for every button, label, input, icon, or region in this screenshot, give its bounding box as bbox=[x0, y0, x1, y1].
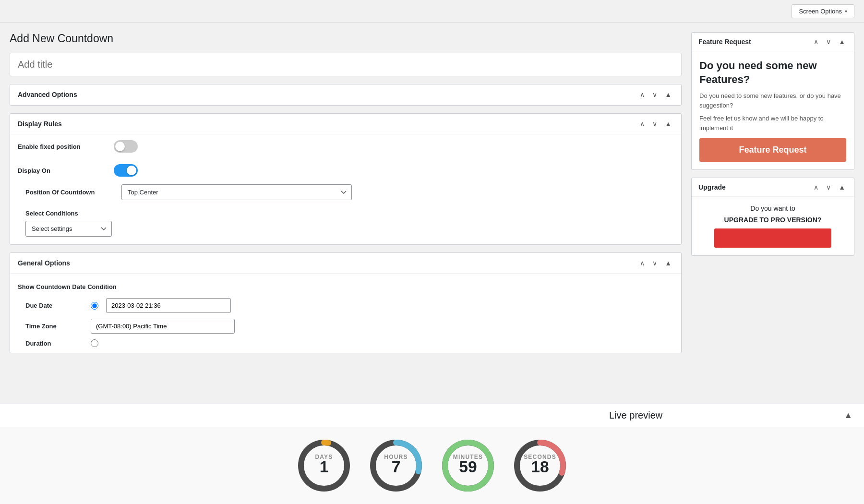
duration-row: Duration bbox=[10, 339, 681, 347]
general-options-header[interactable]: General Options ∧ ∨ ▲ bbox=[10, 253, 681, 274]
sidebar: Feature Request ∧ ∨ ▲ Do you need some n… bbox=[691, 32, 854, 264]
circle-seconds: SECONDS 18 bbox=[511, 437, 569, 494]
title-input[interactable] bbox=[10, 53, 682, 76]
general-options-down-btn[interactable]: ∨ bbox=[650, 259, 659, 267]
timezone-row: Time Zone bbox=[10, 319, 681, 334]
circle-hours: HOURS 7 bbox=[367, 437, 425, 494]
feature-request-up-btn[interactable]: ∧ bbox=[812, 37, 820, 46]
show-countdown-row: Show Countdown Date Condition bbox=[10, 274, 681, 298]
feature-request-collapse-btn[interactable]: ▲ bbox=[837, 37, 847, 46]
conditions-select[interactable]: Select settings All Pages Home Page Blog… bbox=[25, 221, 112, 237]
upgrade-text2: UPGRADE TO PRO VERSION? bbox=[699, 216, 846, 224]
display-on-row: Display On bbox=[10, 158, 681, 182]
live-preview-title: Live preview bbox=[428, 410, 844, 421]
feature-request-body: Do you need some new Features? Do you ne… bbox=[692, 51, 854, 169]
show-countdown-label: Show Countdown Date Condition bbox=[18, 279, 673, 294]
upgrade-body: Do you want to UPGRADE TO PRO VERSION? bbox=[692, 197, 854, 255]
circle-value-seconds: 18 bbox=[531, 458, 549, 476]
position-row: Position Of Countdown Top Center Top Lef… bbox=[10, 182, 681, 206]
feature-request-text2: Feel free let us know and we will be hap… bbox=[699, 114, 846, 132]
display-on-toggle[interactable] bbox=[114, 164, 138, 177]
timezone-input[interactable] bbox=[91, 319, 235, 334]
advanced-options-collapse-btn[interactable]: ▲ bbox=[663, 90, 673, 99]
advanced-options-title: Advanced Options bbox=[18, 91, 77, 98]
display-rules-down-btn[interactable]: ∨ bbox=[650, 120, 659, 128]
live-preview-close-btn[interactable]: ▲ bbox=[844, 410, 852, 420]
page-title: Add New Countdown bbox=[10, 32, 682, 45]
general-options-title: General Options bbox=[18, 259, 70, 267]
live-preview-overlay: Live preview ▲ DAYS 1 HOURS 7 MIN bbox=[0, 404, 864, 504]
general-options-controls: ∧ ∨ ▲ bbox=[638, 259, 673, 267]
feature-request-down-btn[interactable]: ∨ bbox=[824, 37, 833, 46]
due-date-input[interactable] bbox=[106, 298, 231, 313]
general-options-collapse-btn[interactable]: ▲ bbox=[663, 259, 673, 267]
advanced-options-controls: ∧ ∨ ▲ bbox=[638, 90, 673, 99]
advanced-options-down-btn[interactable]: ∨ bbox=[650, 90, 659, 99]
top-bar: Screen Options ▾ bbox=[0, 0, 864, 23]
circle-value-hours: 7 bbox=[392, 458, 401, 476]
timezone-label: Time Zone bbox=[25, 323, 83, 330]
duration-radio[interactable] bbox=[91, 339, 98, 347]
circle-days: DAYS 1 bbox=[295, 437, 353, 494]
due-date-row: Due Date bbox=[10, 298, 681, 313]
circle-value-minutes: 59 bbox=[459, 458, 477, 476]
display-on-label: Display On bbox=[18, 167, 104, 174]
general-options-up-btn[interactable]: ∧ bbox=[638, 259, 647, 267]
upgrade-text1: Do you want to bbox=[699, 204, 846, 212]
conditions-row: Select Conditions Select settings All Pa… bbox=[10, 206, 681, 244]
enable-fixed-position-row: Enable fixed position bbox=[10, 134, 681, 158]
display-rules-up-btn[interactable]: ∧ bbox=[638, 120, 647, 128]
display-rules-title: Display Rules bbox=[18, 120, 62, 128]
enable-fixed-position-toggle[interactable] bbox=[114, 140, 138, 153]
advanced-options-panel: Advanced Options ∧ ∨ ▲ bbox=[10, 84, 682, 106]
position-select[interactable]: Top Center Top Left Top Right Bottom Cen… bbox=[121, 184, 352, 200]
content-area: Add New Countdown Advanced Options ∧ ∨ ▲… bbox=[10, 32, 682, 361]
upgrade-collapse-btn[interactable]: ▲ bbox=[837, 183, 847, 192]
feature-request-title: Feature Request bbox=[698, 38, 751, 46]
due-date-label: Due Date bbox=[25, 302, 83, 309]
advanced-options-up-btn[interactable]: ∧ bbox=[638, 90, 647, 99]
circle-svg-days: DAYS 1 bbox=[295, 437, 353, 494]
upgrade-title: Upgrade bbox=[698, 183, 726, 191]
circle-svg-minutes: MINUTES 59 bbox=[439, 437, 497, 494]
upgrade-up-btn[interactable]: ∧ bbox=[812, 183, 820, 192]
upgrade-down-btn[interactable]: ∨ bbox=[824, 183, 833, 192]
live-preview-header: Live preview ▲ bbox=[0, 404, 864, 427]
enable-fixed-position-label: Enable fixed position bbox=[18, 143, 104, 150]
feature-request-text1: Do you need to some new features, or do … bbox=[699, 91, 846, 110]
feature-request-controls: ∧ ∨ ▲ bbox=[812, 37, 847, 46]
toggle-slider-display bbox=[114, 164, 138, 177]
display-rules-collapse-btn[interactable]: ▲ bbox=[663, 120, 673, 128]
due-date-radio[interactable] bbox=[91, 302, 98, 310]
display-rules-panel: Display Rules ∧ ∨ ▲ Enable fixed positio… bbox=[10, 113, 682, 245]
circle-minutes: MINUTES 59 bbox=[439, 437, 497, 494]
duration-label: Duration bbox=[25, 340, 83, 347]
upgrade-panel: Upgrade ∧ ∨ ▲ Do you want to UPGRADE TO … bbox=[691, 178, 854, 256]
display-rules-header[interactable]: Display Rules ∧ ∨ ▲ bbox=[10, 114, 681, 134]
screen-options-label: Screen Options bbox=[799, 8, 842, 15]
general-options-panel: General Options ∧ ∨ ▲ Show Countdown Dat… bbox=[10, 252, 682, 353]
feature-request-header[interactable]: Feature Request ∧ ∨ ▲ bbox=[692, 33, 854, 51]
feature-request-heading: Do you need some new Features? bbox=[699, 59, 846, 86]
display-rules-controls: ∧ ∨ ▲ bbox=[638, 120, 673, 128]
select-conditions-label: Select Conditions bbox=[25, 210, 673, 217]
circle-value-days: 1 bbox=[320, 458, 329, 476]
upgrade-header[interactable]: Upgrade ∧ ∨ ▲ bbox=[692, 178, 854, 197]
advanced-options-header[interactable]: Advanced Options ∧ ∨ ▲ bbox=[10, 84, 681, 105]
screen-options-button[interactable]: Screen Options ▾ bbox=[792, 4, 854, 18]
toggle-slider-fixed bbox=[114, 140, 138, 153]
chevron-down-icon: ▾ bbox=[845, 9, 847, 14]
live-preview-body: DAYS 1 HOURS 7 MINUTES 59 SECONDS bbox=[0, 427, 864, 504]
feature-request-button[interactable]: Feature Request bbox=[699, 138, 846, 162]
feature-request-panel: Feature Request ∧ ∨ ▲ Do you need some n… bbox=[691, 32, 854, 170]
upgrade-button[interactable] bbox=[714, 228, 832, 248]
circle-svg-seconds: SECONDS 18 bbox=[511, 437, 569, 494]
position-label: Position Of Countdown bbox=[25, 189, 112, 196]
upgrade-controls: ∧ ∨ ▲ bbox=[812, 183, 847, 192]
circle-svg-hours: HOURS 7 bbox=[367, 437, 425, 494]
